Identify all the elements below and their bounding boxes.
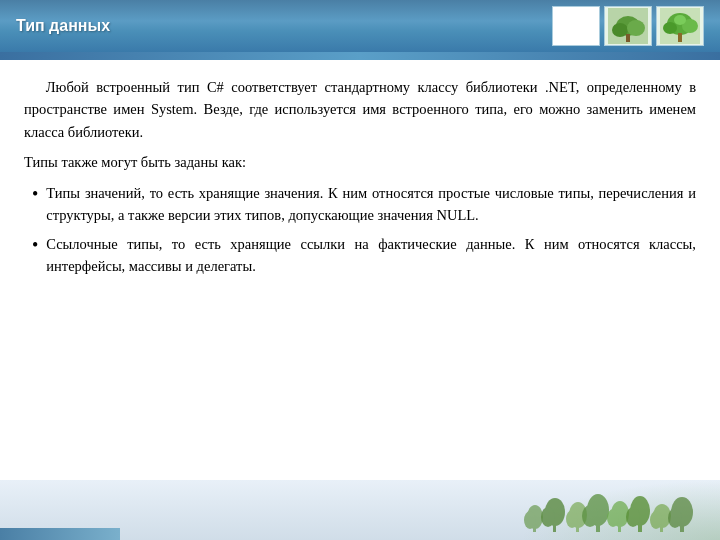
header-bottom-stripe (0, 52, 720, 60)
svg-rect-25 (618, 525, 621, 532)
page-container: Тип данных (0, 0, 720, 540)
svg-rect-9 (678, 33, 682, 42)
svg-rect-4 (626, 34, 630, 42)
svg-rect-34 (680, 525, 684, 532)
bullet-dot-2: • (24, 233, 38, 278)
main-content: Любой встроенный тип C# соответствует ст… (0, 60, 720, 480)
bullet-text-1: Типы значений, то есть хранящие значения… (46, 182, 696, 227)
svg-rect-13 (533, 526, 536, 532)
svg-rect-28 (638, 524, 642, 532)
bottom-area (0, 480, 720, 540)
bullet-text-2: Ссылочные типы, то есть хранящие ссылки … (46, 233, 696, 278)
svg-point-15 (541, 507, 555, 527)
bullet-item-2: • Ссылочные типы, то есть хранящие ссылк… (24, 233, 696, 278)
svg-point-24 (607, 509, 619, 527)
bullet-item-1: • Типы значений, то есть хранящие значен… (24, 182, 696, 227)
svg-point-27 (626, 507, 640, 527)
header-image-plant1 (604, 6, 652, 46)
svg-rect-31 (660, 525, 663, 532)
paragraph-1: Любой встроенный тип C# соответствует ст… (24, 76, 696, 143)
svg-point-7 (663, 22, 677, 34)
svg-rect-19 (576, 525, 579, 532)
svg-point-2 (612, 23, 628, 37)
header-image-white (552, 6, 600, 46)
svg-point-33 (668, 508, 682, 528)
svg-point-21 (582, 505, 598, 527)
header-title: Тип данных (16, 17, 110, 35)
bottom-plants-svg (520, 482, 700, 532)
header-bar: Тип данных (0, 0, 720, 52)
bottom-plants-decoration (520, 482, 700, 532)
bullet-dot-1: • (24, 182, 38, 227)
header-image-plant2 (656, 6, 704, 46)
svg-point-10 (674, 15, 686, 25)
bottom-stripe-left (0, 528, 120, 540)
svg-rect-16 (553, 524, 556, 532)
svg-point-3 (627, 20, 645, 36)
paragraph-2: Типы также могут быть заданы как: (24, 151, 696, 173)
svg-rect-22 (596, 524, 600, 532)
header-images (552, 6, 704, 46)
content-area: Любой встроенный тип C# соответствует ст… (24, 76, 696, 278)
